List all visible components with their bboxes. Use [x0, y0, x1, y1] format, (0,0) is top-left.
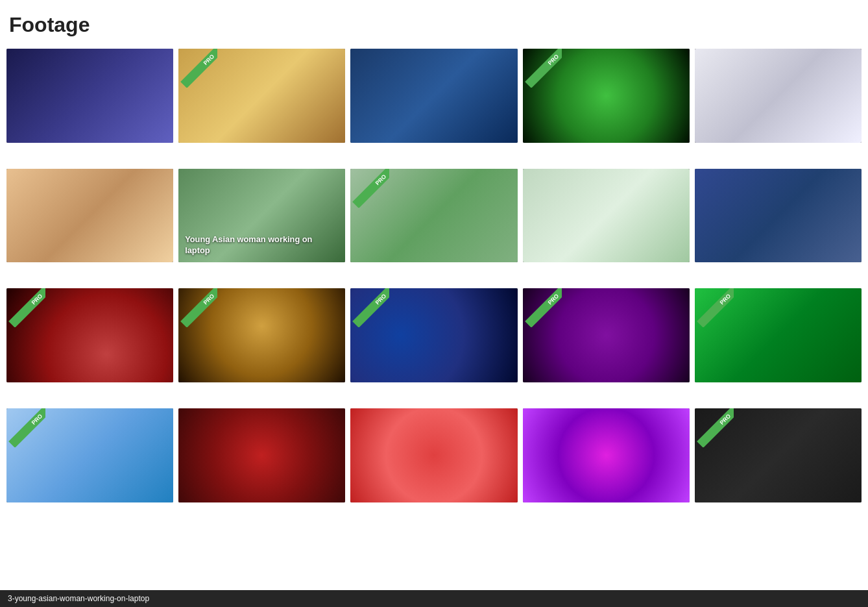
thumbnail-r3i1[interactable]	[6, 288, 173, 382]
thumbnail-r4i3[interactable]	[350, 408, 517, 502]
pro-badge	[523, 49, 562, 88]
thumbnail-r1i5[interactable]	[695, 49, 862, 143]
thumbnail-image-r2i4	[523, 169, 690, 263]
thumbnail-image-r4i3	[350, 408, 517, 502]
thumbnail-image-r1i1	[6, 49, 173, 143]
row-3	[6, 288, 862, 382]
thumbnail-r3i4[interactable]	[523, 288, 690, 382]
pro-badge	[178, 288, 217, 327]
pro-badge	[695, 408, 734, 447]
thumbnail-r3i3[interactable]	[350, 288, 517, 382]
thumbnail-r4i2[interactable]	[178, 408, 345, 502]
thumbnail-image-r1i5	[695, 49, 862, 143]
thumbnail-r1i1[interactable]	[6, 49, 173, 143]
pro-badge	[350, 169, 389, 208]
thumbnail-r2i4[interactable]	[523, 169, 690, 263]
pro-badge	[350, 288, 389, 327]
row-1	[6, 49, 862, 143]
thumbnail-r2i2[interactable]: Young Asian woman working on laptop	[178, 169, 345, 263]
row-2: Young Asian woman working on laptop	[6, 169, 862, 263]
thumbnail-r4i1[interactable]	[6, 408, 173, 502]
thumbnail-image-r2i5	[695, 169, 862, 263]
thumbnail-r2i1[interactable]	[6, 169, 173, 263]
pro-badge	[6, 288, 45, 327]
thumbnail-r1i4[interactable]	[523, 49, 690, 143]
thumbnail-r1i3[interactable]	[350, 49, 517, 143]
thumbnail-r3i2[interactable]	[178, 288, 345, 382]
thumbnail-image-r4i4	[523, 408, 690, 502]
thumbnail-r2i5[interactable]	[695, 169, 862, 263]
pro-badge	[6, 408, 45, 447]
pro-badge	[695, 288, 734, 327]
thumbnail-image-r1i3	[350, 49, 517, 143]
thumbnail-r3i5[interactable]	[695, 288, 862, 382]
row-4	[6, 408, 862, 502]
thumbnail-r4i5[interactable]	[695, 408, 862, 502]
pro-badge	[523, 288, 562, 327]
thumbnail-r2i3[interactable]	[350, 169, 517, 263]
page-title: Footage	[6, 13, 862, 37]
thumbnail-image-r4i2	[178, 408, 345, 502]
thumbnail-r4i4[interactable]	[523, 408, 690, 502]
pro-badge	[178, 49, 217, 88]
thumbnail-r1i2[interactable]	[178, 49, 345, 143]
thumbnail-label: Young Asian woman working on laptop	[185, 234, 335, 256]
thumbnail-image-r2i1	[6, 169, 173, 263]
gallery-container: Young Asian woman working on laptop	[6, 49, 862, 502]
